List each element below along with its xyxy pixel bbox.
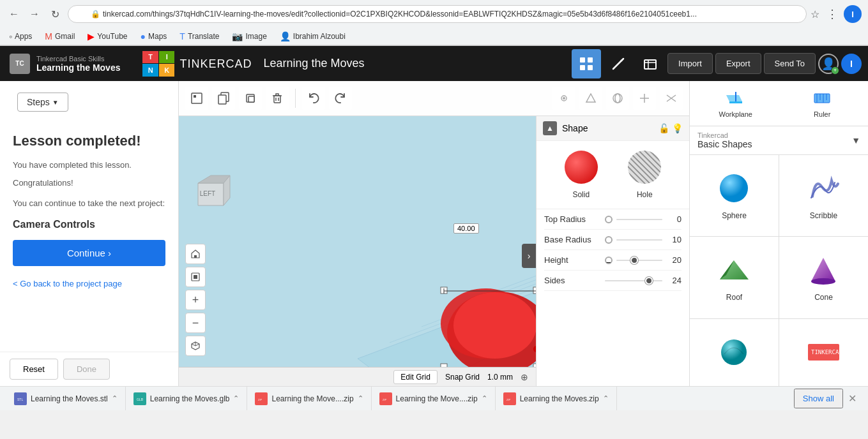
redo-button[interactable] bbox=[329, 87, 352, 110]
scribble-shape-item[interactable]: Scribble bbox=[779, 155, 868, 236]
bookmark-ibrahim-label: Ibrahim Alzoubi bbox=[293, 32, 346, 41]
shape6-preview-icon: TINKERCAD bbox=[806, 343, 841, 362]
app-subtitle: Tinkercad Basic Skills bbox=[36, 55, 120, 63]
image-icon: 📷 bbox=[232, 31, 243, 41]
light-button[interactable] bbox=[552, 87, 575, 110]
shape-tool-button[interactable] bbox=[579, 87, 602, 110]
download-zip2-filename: Learning the Move....zip bbox=[396, 394, 478, 403]
duplicate-icon bbox=[244, 92, 257, 105]
bookmark-image[interactable]: 📷 Image bbox=[229, 30, 269, 43]
reset-button[interactable]: Reset bbox=[10, 359, 58, 380]
sidebar-content: Lesson completed! You have completed thi… bbox=[0, 123, 178, 352]
edit-grid-button[interactable]: Edit Grid bbox=[393, 370, 438, 384]
height-minus[interactable]: − bbox=[605, 257, 613, 264]
top-radius-row: Top Radius 0 bbox=[544, 209, 681, 230]
solid-option[interactable]: Solid bbox=[565, 151, 598, 199]
light-shape-button[interactable]: 💡 bbox=[672, 123, 683, 133]
download-zip1[interactable]: ZIP Learning the Move....zip ⌃ bbox=[247, 387, 371, 410]
box-button[interactable] bbox=[636, 49, 665, 78]
send-to-button[interactable]: Send To bbox=[764, 53, 816, 74]
header-right: Import Export Send To 👤 + I bbox=[572, 49, 868, 78]
bookmark-gmail[interactable]: M Gmail bbox=[42, 30, 77, 43]
cube-indicator[interactable]: LEFT bbox=[185, 164, 236, 215]
cone-shape-item[interactable]: Cone bbox=[779, 237, 868, 318]
steps-button[interactable]: Steps ▼ bbox=[17, 93, 68, 112]
shape-item-6[interactable]: TINKERCAD bbox=[779, 319, 868, 386]
workplane-tool[interactable]: Workplane bbox=[694, 85, 778, 122]
bookmark-maps[interactable]: ● Maps bbox=[138, 30, 170, 43]
duplicate-button[interactable] bbox=[239, 87, 262, 110]
bookmark-apps[interactable]: ◦ Apps bbox=[6, 30, 34, 43]
svg-rect-46 bbox=[194, 255, 197, 258]
hole-option[interactable]: Hole bbox=[628, 151, 661, 199]
continue-button[interactable]: Continue › bbox=[13, 240, 165, 266]
view-button[interactable] bbox=[606, 87, 629, 110]
roof-shape-item[interactable]: Roof bbox=[690, 237, 779, 318]
zoom-in-button[interactable]: + bbox=[185, 290, 206, 310]
forward-button[interactable]: → bbox=[27, 6, 42, 22]
close-downloads-button[interactable]: ✕ bbox=[843, 390, 862, 407]
download-zip3[interactable]: ZIP Learning the Moves.zip ⌃ bbox=[496, 387, 617, 410]
app-title-area: Tinkercad Basic Skills Learning the Move… bbox=[36, 55, 120, 73]
import-button[interactable]: Import bbox=[667, 53, 713, 74]
fit-view-button[interactable] bbox=[185, 267, 206, 287]
back-to-project-link[interactable]: < Go back to the project page bbox=[13, 279, 165, 288]
height-thumb[interactable] bbox=[630, 257, 638, 264]
bookmark-translate[interactable]: T Translate bbox=[177, 30, 222, 43]
home-view-button[interactable] bbox=[185, 244, 206, 264]
copy-button[interactable] bbox=[212, 87, 235, 110]
collapse-panel-button[interactable]: ▲ bbox=[543, 121, 557, 135]
snap-increment-button[interactable]: ⊕ bbox=[521, 372, 528, 382]
back-button[interactable]: ← bbox=[6, 6, 22, 22]
zoom-out-button[interactable]: − bbox=[185, 313, 206, 333]
shapes-library-panel: Workplane Ruler Tinkercad Basic Shapes ▼ bbox=[689, 81, 868, 386]
zip3-chevron-icon: ⌃ bbox=[603, 394, 609, 403]
ruler-tool[interactable]: Ruler bbox=[780, 85, 865, 122]
workplane-icon bbox=[726, 89, 745, 108]
refresh-button[interactable]: ↻ bbox=[47, 6, 63, 22]
ruler-icon bbox=[812, 89, 832, 108]
canvas-3d[interactable]: 40.00 30.00 + bbox=[179, 116, 536, 367]
sides-thumb[interactable] bbox=[645, 277, 653, 285]
bookmark-ibrahim[interactable]: 👤 Ibrahim Alzoubi bbox=[277, 30, 348, 43]
export-button[interactable]: Export bbox=[715, 53, 761, 74]
user-profile-avatar[interactable]: I bbox=[841, 54, 862, 74]
isometric-button[interactable] bbox=[185, 336, 206, 356]
canvas-bottom-bar: Edit Grid Snap Grid 1.0 mm ⊕ bbox=[179, 367, 536, 386]
dropdown-chevron-icon[interactable]: ▼ bbox=[851, 135, 860, 145]
cube-indicator-svg: LEFT bbox=[185, 164, 236, 215]
bookmark-youtube-label: YouTube bbox=[97, 32, 127, 41]
mirror-button[interactable] bbox=[660, 87, 683, 110]
lock-shape-button[interactable]: 🔓 bbox=[659, 123, 669, 133]
svg-point-15 bbox=[563, 97, 565, 100]
cone-label: Cone bbox=[814, 293, 833, 302]
scene-svg bbox=[179, 116, 536, 367]
address-bar[interactable]: 🔒 tinkercad.com/things/37tqHdhC1IV-learn… bbox=[68, 5, 807, 23]
align-button[interactable] bbox=[633, 87, 656, 110]
extensions-button[interactable]: ⋮ bbox=[825, 6, 840, 22]
svg-point-65 bbox=[811, 278, 835, 285]
download-glb[interactable]: GLB Learning the Moves.glb ⌃ bbox=[126, 387, 248, 410]
undo-button[interactable] bbox=[302, 87, 325, 110]
zip2-chevron-icon: ⌃ bbox=[482, 394, 487, 403]
show-all-button[interactable]: Show all bbox=[794, 389, 843, 408]
download-zip2[interactable]: ZIP Learning the Move....zip ⌃ bbox=[372, 387, 496, 410]
shape-item-5[interactable] bbox=[690, 319, 779, 386]
tinkercad-small-logo: TC bbox=[10, 54, 30, 74]
bookmark-youtube[interactable]: ▶ YouTube bbox=[85, 30, 130, 43]
library-dropdown[interactable]: Tinkercad Basic Shapes bbox=[697, 131, 752, 149]
continue-label: Continue › bbox=[67, 248, 111, 258]
grid-view-button[interactable] bbox=[572, 49, 601, 78]
sphere-shape-item[interactable]: Sphere bbox=[690, 155, 779, 236]
fit-icon bbox=[190, 272, 201, 282]
select-button[interactable] bbox=[185, 87, 208, 110]
done-button[interactable]: Done bbox=[63, 359, 110, 380]
delete-button[interactable] bbox=[266, 87, 289, 110]
expand-shape-panel-button[interactable]: › bbox=[522, 244, 536, 268]
shape-properties: Top Radius 0 Base Radius 10 bbox=[537, 209, 689, 291]
user-avatar[interactable]: I bbox=[844, 5, 862, 23]
download-zip1-filename: Learning the Move....zip bbox=[271, 394, 353, 403]
download-stl[interactable]: STL Learning the Moves.stl ⌃ bbox=[6, 387, 126, 410]
tools-button[interactable] bbox=[604, 49, 633, 78]
star-icon[interactable]: ☆ bbox=[811, 8, 819, 20]
